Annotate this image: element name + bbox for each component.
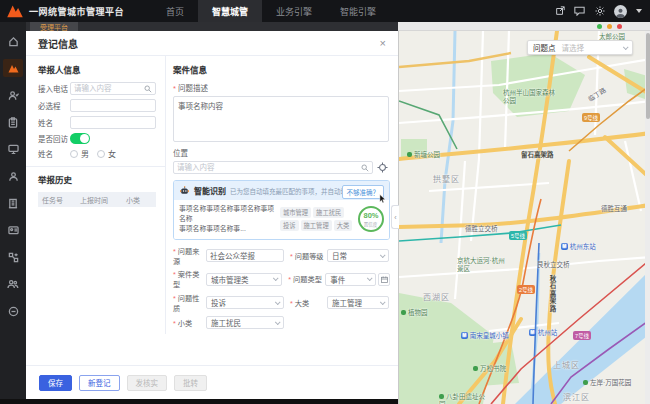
matched-item-name: 事项名称事项名称事项名称事项名称 事项名称事项名称事...	[179, 204, 276, 235]
user-avatar[interactable]	[614, 5, 627, 18]
col-subcategory: 小类	[126, 195, 152, 205]
level-select[interactable]: 日常	[327, 249, 389, 262]
locate-icon[interactable]	[377, 162, 388, 173]
map-label: 艮秋立交桥	[537, 259, 570, 269]
case-type-label: 案件类型	[173, 269, 206, 289]
map-point-select[interactable]: 问题点 请选择	[527, 40, 633, 55]
clipboard-icon[interactable]	[3, 113, 23, 131]
map-canvas[interactable]: 问题点 请选择 太郎公园临丁路杭州半山国家森林公园新塘公园留石高架路拱墅区德胜互…	[398, 31, 650, 404]
transfer-button[interactable]: 批转	[174, 375, 207, 391]
top-navigation-bar: 一网统管城市管理平台 首页 智慧城管 业务引擎 智能引擎	[0, 0, 650, 22]
divider	[26, 166, 165, 167]
caret-down-icon[interactable]	[636, 9, 642, 13]
gear-icon[interactable]	[594, 6, 605, 17]
send-verify-button[interactable]: 发核实	[127, 375, 168, 391]
phone-label: 接入电话	[38, 83, 70, 94]
chevron-down-icon	[273, 276, 279, 282]
source-input[interactable]	[210, 251, 280, 260]
case-info-section: 案件信息 问题描述 事项名称内容 位置	[165, 56, 398, 334]
window-bottom-strip	[0, 399, 398, 404]
external-link-icon[interactable]	[554, 6, 565, 17]
nav-business-engine[interactable]: 业务引擎	[262, 0, 326, 22]
filing-label: 立案条件	[173, 333, 206, 334]
field2-input[interactable]	[74, 101, 152, 110]
radio-female[interactable]	[97, 150, 105, 158]
chevron-down-icon	[275, 299, 281, 305]
chevron-down-icon	[275, 319, 281, 325]
nav-ai-engine[interactable]: 智能引擎	[326, 0, 390, 22]
location-input[interactable]	[177, 163, 361, 172]
problem-type-select[interactable]: 事件	[325, 273, 376, 286]
major-label: 大类	[290, 298, 327, 308]
map-label: 西湖区	[423, 291, 450, 302]
metro-line-badge: 2号线	[517, 285, 535, 294]
registration-panel: 登记信息 × 举报人信息 接入电话 必选程 姓名	[26, 31, 398, 399]
minor-label: 小类	[173, 318, 206, 328]
ai-title: 智能识别	[194, 185, 226, 196]
reporter-info-section: 举报人信息 接入电话 必选程 姓名 是否回访	[26, 56, 165, 334]
case-type-select[interactable]: 城市管理类	[206, 273, 282, 286]
left-icon-sidebar	[0, 22, 26, 404]
users-icon[interactable]	[3, 275, 23, 293]
not-accurate-button[interactable]: 不够准确？	[342, 185, 385, 199]
nature-label: 问题性质	[173, 293, 206, 313]
metro-line-badge: 7号线	[573, 331, 591, 340]
nav-home[interactable]: 首页	[152, 0, 198, 22]
name-input[interactable]	[74, 118, 152, 127]
col-task-no: 任务号	[42, 195, 80, 205]
section-title-history: 举报历史	[38, 173, 159, 185]
category-picker-icon[interactable]	[378, 273, 390, 286]
panel-collapse-handle[interactable]: ‹	[391, 205, 399, 229]
confidence-badge: 80% 置信度	[358, 206, 384, 232]
tag: 大类	[334, 220, 353, 231]
new-registration-button[interactable]: 新登记	[79, 375, 120, 391]
building-icon[interactable]	[3, 194, 23, 212]
chevron-down-icon	[380, 299, 386, 305]
map-label: 万松书院	[473, 365, 525, 373]
user-check-icon[interactable]	[3, 86, 23, 104]
id-card-icon[interactable]	[3, 221, 23, 239]
modal-footer: 保存 新登记 发核实 批转	[26, 365, 398, 399]
radio-male[interactable]	[70, 150, 78, 158]
phone-input[interactable]	[74, 84, 144, 93]
section-title-case: 案件信息	[173, 63, 390, 75]
close-icon[interactable]: ×	[380, 38, 386, 49]
map-label: 植物园	[401, 309, 453, 317]
save-button[interactable]: 保存	[39, 375, 72, 391]
map-label: 杭州站	[529, 327, 557, 337]
home-icon[interactable]	[3, 32, 23, 50]
map-graphics	[399, 31, 650, 404]
nav-smart-city[interactable]: 智慧城管	[198, 0, 262, 22]
message-icon[interactable]	[574, 6, 585, 17]
map-label: 拱墅区	[433, 173, 460, 184]
minor-select[interactable]: 施工扰民	[206, 316, 284, 329]
location-label: 位置	[173, 147, 390, 158]
search-icon[interactable]	[361, 164, 369, 172]
chevron-down-icon	[380, 252, 386, 258]
scrollbar-thumb[interactable]	[646, 33, 650, 119]
revisit-toggle[interactable]	[70, 133, 90, 144]
map-label: 杭州半山国家森林公园	[503, 89, 555, 106]
search-icon[interactable]	[144, 85, 152, 93]
monitor-icon[interactable]	[3, 140, 23, 158]
app-logo-icon	[5, 3, 25, 19]
user-icon[interactable]	[3, 167, 23, 185]
desc-textarea[interactable]: 事项名称内容	[173, 96, 389, 142]
window-dot-red	[617, 24, 622, 29]
problem-type-label: 问题类型	[288, 274, 325, 284]
tag: 投诉	[280, 220, 299, 231]
radio-male-label: 男	[81, 148, 89, 159]
chevron-down-icon	[623, 44, 629, 50]
revisit-label: 是否回访	[38, 133, 70, 144]
map-label: 八卦田遗址公园	[439, 393, 491, 404]
level-label: 问题等级	[290, 251, 327, 261]
circle-minus-icon[interactable]	[3, 302, 23, 320]
map-label: 杭州东站	[561, 241, 596, 251]
major-select[interactable]: 施工管理	[327, 296, 389, 309]
tag: 施工管理	[301, 220, 332, 231]
share-icon[interactable]	[3, 248, 23, 266]
tag: 城市管理	[280, 207, 311, 218]
city-platform-icon[interactable]	[3, 59, 23, 77]
tab-acceptance-platform[interactable]: 受理平台	[30, 22, 78, 31]
nature-select[interactable]: 投诉	[206, 296, 284, 309]
